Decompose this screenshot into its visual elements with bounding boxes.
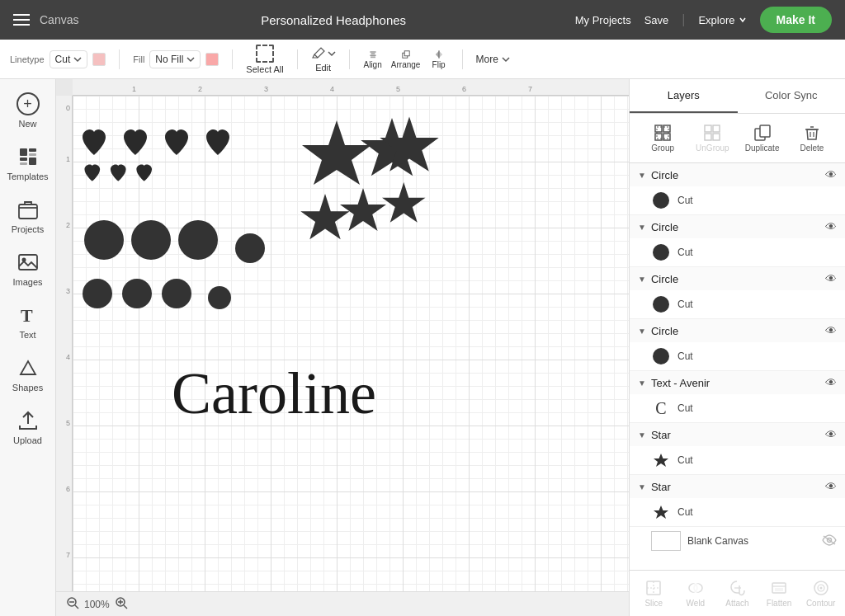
- hamburger-menu[interactable]: [13, 14, 30, 26]
- zoom-in-icon[interactable]: [115, 596, 128, 612]
- ungroup-button[interactable]: UnGroup: [689, 120, 735, 156]
- sidebar-item-shapes[interactable]: Shapes: [3, 350, 53, 399]
- layer-circle3: ▼ Circle 👁 Cut: [630, 267, 845, 319]
- layer-circle2-name: Circle: [651, 221, 820, 233]
- sidebar-new-label: New: [18, 119, 36, 129]
- upload-icon: [17, 409, 40, 432]
- zoom-controls[interactable]: 100%: [66, 596, 128, 612]
- layer-text-header[interactable]: ▼ Text - Avenir 👁: [630, 371, 845, 394]
- layer-circle2-header[interactable]: ▼ Circle 👁: [630, 215, 845, 238]
- flatten-button[interactable]: Flatten: [758, 576, 800, 611]
- more-button[interactable]: More: [476, 54, 510, 65]
- zoom-out-icon[interactable]: [66, 596, 79, 612]
- layer-circle1-header[interactable]: ▼ Circle 👁: [630, 163, 845, 186]
- svg-rect-42: [663, 134, 670, 140]
- layer-circle1-name: Circle: [651, 169, 820, 181]
- tab-color-sync[interactable]: Color Sync: [738, 79, 846, 113]
- layer-eye-icon[interactable]: 👁: [825, 168, 837, 181]
- templates-icon: [17, 145, 40, 168]
- svg-rect-13: [19, 205, 37, 219]
- arrange-button[interactable]: Arrange: [396, 49, 416, 69]
- attach-button[interactable]: Attach: [716, 576, 758, 611]
- svg-text:Caroline: Caroline: [172, 360, 376, 426]
- save-button[interactable]: Save: [644, 14, 669, 26]
- ruler-left: 1 2 3 4 5 6 7 0: [56, 96, 73, 591]
- images-icon: [17, 251, 40, 274]
- linetype-group: Linetype Cut: [10, 50, 106, 68]
- svg-marker-30: [382, 182, 426, 223]
- main-toolbar: Linetype Cut Fill No Fill Select All Edi…: [0, 40, 845, 79]
- layer-eye-icon[interactable]: 👁: [825, 376, 837, 389]
- layer-star2-thumb: [651, 502, 671, 522]
- layer-eye-icon[interactable]: 👁: [825, 428, 837, 441]
- contour-icon: [812, 579, 830, 597]
- blank-canvas-eye-icon[interactable]: [822, 534, 837, 548]
- weld-button[interactable]: Weld: [675, 576, 717, 611]
- svg-marker-29: [340, 188, 386, 231]
- svg-point-24: [208, 286, 231, 309]
- projects-icon: [17, 198, 40, 221]
- sidebar-item-templates[interactable]: Templates: [3, 139, 53, 188]
- svg-rect-8: [29, 148, 36, 152]
- edit-chevron-icon: [328, 50, 336, 57]
- layer-star2-name: Star: [651, 481, 820, 493]
- delete-button[interactable]: Delete: [789, 120, 835, 156]
- ungroup-label: UnGroup: [696, 143, 729, 153]
- tab-layers[interactable]: Layers: [630, 79, 738, 113]
- sidebar-item-upload[interactable]: Upload: [3, 402, 53, 452]
- explore-button[interactable]: Explore: [698, 14, 746, 26]
- linetype-value: Cut: [55, 54, 71, 65]
- layer-eye-icon[interactable]: 👁: [825, 272, 837, 285]
- layer-circle4-thumb: [651, 346, 671, 366]
- layer-star2-header[interactable]: ▼ Star 👁: [630, 475, 845, 498]
- svg-rect-14: [19, 255, 37, 270]
- sidebar-item-new[interactable]: + New: [3, 86, 53, 135]
- group-button[interactable]: Group: [640, 120, 686, 156]
- make-it-button[interactable]: Make It: [760, 7, 832, 33]
- sidebar-item-images[interactable]: Images: [3, 244, 53, 294]
- layer-eye-icon[interactable]: 👁: [825, 220, 837, 233]
- contour-button[interactable]: Contour: [800, 576, 842, 611]
- separator5: [462, 49, 463, 69]
- linetype-select[interactable]: Cut: [50, 50, 88, 68]
- layer-chevron-icon: ▼: [638, 430, 646, 440]
- layer-circle3-name: Circle: [651, 273, 820, 285]
- layer-circle3-header[interactable]: ▼ Circle 👁: [630, 267, 845, 290]
- canvas-area[interactable]: 1 2 3 4 5 6 7 1 2 3 4 5 6 7 0: [56, 79, 629, 616]
- svg-rect-7: [20, 148, 27, 156]
- layer-text-avenir: ▼ Text - Avenir 👁 C Cut: [630, 371, 845, 423]
- select-all-button[interactable]: Select All: [246, 45, 283, 74]
- svg-marker-28: [300, 194, 350, 239]
- layer-circle1: ▼ Circle 👁 Cut: [630, 163, 845, 215]
- duplicate-button[interactable]: Duplicate: [739, 120, 786, 156]
- contour-label: Contour: [806, 599, 836, 608]
- layer-eye-icon[interactable]: 👁: [825, 480, 837, 493]
- sidebar-projects-label: Projects: [12, 224, 45, 234]
- right-panel: Layers Color Sync Group: [629, 79, 845, 616]
- text-c-icon: C: [655, 399, 666, 418]
- arrange-label: Arrange: [391, 60, 421, 69]
- zoom-level: 100%: [84, 599, 110, 610]
- slice-button[interactable]: Slice: [633, 576, 675, 611]
- align-button[interactable]: Align: [363, 49, 383, 69]
- sidebar-item-projects[interactable]: Projects: [3, 191, 53, 241]
- svg-point-22: [122, 279, 152, 308]
- my-projects-button[interactable]: My Projects: [575, 14, 631, 26]
- layer-star2-cut: Cut: [677, 506, 693, 518]
- slice-label: Slice: [644, 599, 663, 608]
- flip-button[interactable]: Flip: [429, 49, 449, 69]
- sidebar-item-text[interactable]: T Text: [3, 297, 53, 346]
- fill-value: No Fill: [155, 54, 183, 65]
- layer-star1-header[interactable]: ▼ Star 👁: [630, 423, 845, 446]
- layer-star1-cut: Cut: [677, 454, 693, 466]
- select-all-icon: [256, 45, 274, 63]
- fill-color-swatch[interactable]: [205, 53, 219, 66]
- layer-eye-icon[interactable]: 👁: [825, 324, 837, 337]
- layer-circle4-header[interactable]: ▼ Circle 👁: [630, 319, 845, 342]
- svg-point-18: [131, 220, 171, 260]
- linetype-color-swatch[interactable]: [92, 53, 106, 66]
- fill-select[interactable]: No Fill: [149, 50, 201, 68]
- edit-button[interactable]: Edit: [311, 46, 336, 73]
- svg-point-65: [819, 587, 822, 590]
- arrange-group: Arrange: [396, 49, 416, 69]
